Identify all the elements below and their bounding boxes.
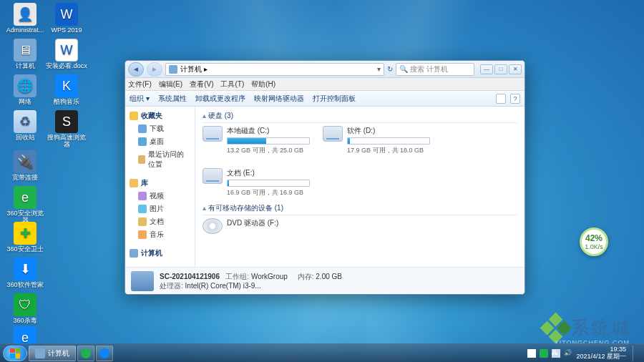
desktop-icon-conn[interactable]: 🔌宽带连接 bbox=[4, 149, 46, 182]
address-bar[interactable]: 计算机 ▸ ▾ bbox=[165, 63, 384, 76]
search-placeholder: 搜索 计算机 bbox=[410, 64, 448, 74]
tray-volume-icon[interactable]: 🔊 bbox=[564, 349, 572, 358]
kugou-icon bbox=[99, 348, 109, 358]
taskbar-app-kugou[interactable] bbox=[96, 346, 113, 361]
taskbar-clock[interactable]: 19:35 2021/4/12 星期一 bbox=[576, 346, 626, 361]
drive-dvd[interactable]: DVD 驱动器 (F:) bbox=[203, 218, 310, 234]
tb-uninstall[interactable]: 卸载或更改程序 bbox=[195, 94, 245, 104]
window-titlebar: ◄ ► 计算机 ▸ ▾ ↻ 🔍 搜索 计算机 — □ ✕ bbox=[125, 61, 525, 78]
nav-documents[interactable]: 文档 bbox=[125, 215, 195, 228]
icon-label: 回收站 bbox=[4, 134, 46, 142]
view-icon[interactable] bbox=[496, 94, 506, 104]
desktop-icon-kugou[interactable]: K酷狗音乐 bbox=[46, 73, 87, 106]
details-name: SC-202104121906 bbox=[160, 273, 220, 280]
desktop-icon-360soft[interactable]: ⬇360软件管家 bbox=[4, 256, 46, 289]
speed-gauge[interactable]: 42% 1.0K/s bbox=[580, 228, 608, 256]
desktop-icon-wps[interactable]: WWPS 2019 bbox=[46, 1, 87, 34]
nav-music[interactable]: 音乐 bbox=[125, 228, 195, 241]
drive-0[interactable]: 本地磁盘 (C:)13.2 GB 可用，共 25.0 GB bbox=[203, 126, 310, 155]
tb-organize[interactable]: 组织 ▾ bbox=[130, 94, 150, 104]
conn-icon: 🔌 bbox=[14, 150, 36, 173]
desktop-icon-recycle[interactable]: ♻回收站 bbox=[4, 109, 46, 142]
taskbar: 计算机 🖧 🔊 19:35 2021/4/12 星期一 bbox=[0, 343, 644, 362]
computer-icon: 🖥 bbox=[14, 39, 36, 62]
360-icon bbox=[81, 348, 91, 358]
desktop-icon-360dun[interactable]: 🛡360杀毒 bbox=[4, 292, 46, 325]
taskbar-app-explorer[interactable]: 计算机 bbox=[29, 346, 76, 361]
close-button[interactable]: ✕ bbox=[509, 64, 522, 74]
star-icon bbox=[130, 112, 138, 120]
system-tray: 🖧 🔊 19:35 2021/4/12 星期一 bbox=[527, 346, 641, 361]
show-desktop-button[interactable] bbox=[633, 346, 638, 361]
kugou-icon: K bbox=[55, 74, 78, 97]
wps-icon: W bbox=[55, 3, 78, 26]
360guard-icon: ✚ bbox=[14, 222, 36, 245]
360soft-icon: ⬇ bbox=[14, 258, 36, 280]
desktop-icon-360guard[interactable]: ✚360安全卫士 bbox=[4, 220, 46, 253]
maximize-button[interactable]: □ bbox=[494, 64, 507, 74]
desktop-icon-computer[interactable]: 🖥计算机 bbox=[4, 37, 46, 70]
drive-2[interactable]: 文档 (E:)16.9 GB 可用，共 16.9 GB bbox=[203, 168, 310, 197]
desktop-icon-network[interactable]: 🌐网络 bbox=[4, 73, 46, 106]
desktop-icon-admin[interactable]: 👤Administrat... bbox=[4, 1, 46, 34]
menu-file[interactable]: 文件(F) bbox=[128, 79, 152, 89]
network-icon: 🌐 bbox=[14, 74, 36, 97]
icon-label: WPS 2019 bbox=[46, 27, 87, 34]
nav-libraries-header[interactable]: 库 bbox=[125, 177, 195, 190]
menu-bar: 文件(F) 编辑(E) 查看(V) 工具(T) 帮助(H) bbox=[125, 78, 525, 91]
usage-bar bbox=[227, 137, 310, 145]
icon-label: 360安全卫士 bbox=[4, 246, 46, 253]
chevron-down-icon[interactable]: ▾ bbox=[377, 65, 381, 73]
desktop-icon-360safe[interactable]: e360安全浏览器 bbox=[4, 185, 46, 225]
section-removable-header[interactable]: ▴有可移动存储的设备 (1) bbox=[203, 203, 517, 215]
menu-edit[interactable]: 编辑(E) bbox=[159, 79, 182, 89]
icon-label: 360杀毒 bbox=[4, 318, 46, 325]
hdd-icon bbox=[203, 168, 223, 184]
menu-view[interactable]: 查看(V) bbox=[190, 79, 213, 89]
tb-sysprops[interactable]: 系统属性 bbox=[158, 94, 187, 104]
gauge-percent: 42% bbox=[585, 233, 602, 243]
nav-forward-button[interactable]: ► bbox=[147, 62, 162, 77]
help-icon[interactable]: ? bbox=[510, 94, 520, 104]
nav-desktop[interactable]: 桌面 bbox=[125, 135, 195, 148]
hdd-icon bbox=[323, 126, 343, 142]
refresh-icon[interactable]: ↻ bbox=[387, 65, 393, 73]
icon-label: 酷狗音乐 bbox=[46, 99, 87, 106]
desktop-icon-sogou[interactable]: S搜狗高速浏览器 bbox=[46, 109, 87, 149]
nav-downloads[interactable]: 下载 bbox=[125, 122, 195, 135]
recycle-icon: ♻ bbox=[14, 110, 36, 133]
usage-bar bbox=[347, 137, 430, 145]
minimize-button[interactable]: — bbox=[480, 64, 493, 74]
search-input[interactable]: 🔍 搜索 计算机 bbox=[396, 63, 474, 76]
computer-large-icon bbox=[131, 271, 154, 291]
hdd-icon bbox=[203, 126, 223, 142]
video-icon bbox=[138, 192, 147, 200]
admin-icon: 👤 bbox=[14, 3, 36, 26]
nav-recent[interactable]: 最近访问的位置 bbox=[125, 148, 195, 171]
menu-tools[interactable]: 工具(T) bbox=[220, 79, 244, 89]
nav-back-button[interactable]: ◄ bbox=[128, 62, 144, 77]
watermark: 系统城 bbox=[545, 315, 631, 341]
section-hdd-header[interactable]: ▴硬盘 (3) bbox=[203, 111, 517, 123]
tb-mapdrive[interactable]: 映射网络驱动器 bbox=[254, 94, 304, 104]
download-icon bbox=[138, 124, 147, 133]
tb-controlpanel[interactable]: 打开控制面板 bbox=[313, 94, 356, 104]
nav-computer[interactable]: 计算机 bbox=[125, 247, 195, 260]
360dun-icon: 🛡 bbox=[14, 293, 36, 316]
tray-shield-icon[interactable] bbox=[540, 349, 548, 358]
music-icon bbox=[138, 230, 147, 239]
start-button[interactable] bbox=[3, 346, 27, 361]
drive-1[interactable]: 软件 (D:)17.9 GB 可用，共 18.0 GB bbox=[323, 126, 430, 155]
tray-flag-icon[interactable] bbox=[527, 349, 536, 358]
tray-network-icon[interactable]: 🖧 bbox=[552, 349, 560, 358]
usage-bar bbox=[227, 180, 310, 187]
nav-pictures[interactable]: 图片 bbox=[125, 202, 195, 215]
menu-help[interactable]: 帮助(H) bbox=[251, 79, 275, 89]
nav-videos[interactable]: 视频 bbox=[125, 190, 195, 202]
taskbar-app-360[interactable] bbox=[77, 346, 94, 361]
nav-favorites-header[interactable]: 收藏夹 bbox=[125, 109, 195, 122]
desktop-icon-docx[interactable]: W安装必看.docx bbox=[46, 37, 87, 70]
icon-label: 搜狗高速浏览器 bbox=[46, 134, 87, 149]
explorer-window: ◄ ► 计算机 ▸ ▾ ↻ 🔍 搜索 计算机 — □ ✕ 文件(F) 编辑(E)… bbox=[125, 60, 525, 295]
address-text: 计算机 ▸ bbox=[180, 64, 208, 74]
